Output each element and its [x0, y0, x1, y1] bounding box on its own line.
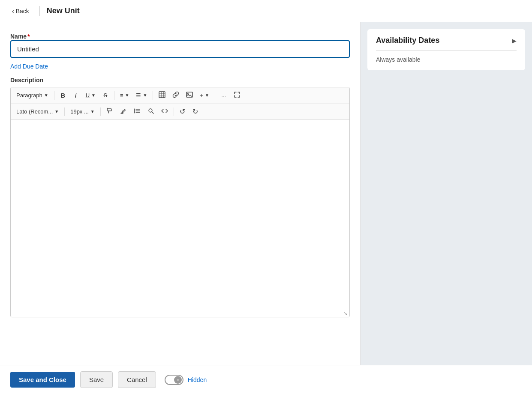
more-button[interactable]: ...: [218, 90, 230, 101]
highlight-icon: [120, 107, 127, 116]
header-divider: [39, 6, 40, 16]
format-paint-icon: [106, 107, 113, 116]
insert-chevron-icon: ▼: [205, 93, 209, 98]
list-dropdown[interactable]: ☰ ▼: [133, 90, 150, 101]
editor-toolbar: Paragraph ▼ B I U ▼ S: [11, 87, 349, 120]
hidden-label: Hidden: [188, 376, 207, 383]
separator-3: [153, 91, 153, 100]
line-spacing-button[interactable]: [131, 105, 144, 118]
table-button[interactable]: [156, 89, 168, 101]
hidden-toggle-container: Hidden: [165, 375, 207, 385]
insert-dropdown[interactable]: + ▼: [197, 90, 212, 101]
underline-icon: U: [86, 92, 90, 98]
editor-body[interactable]: ↘: [11, 120, 349, 317]
svg-rect-0: [159, 92, 165, 98]
page-title: New Unit: [47, 6, 80, 15]
svg-text:~: ~: [150, 110, 151, 112]
plus-icon: +: [200, 92, 203, 98]
separator-1: [54, 91, 54, 100]
resize-handle: ↘: [343, 311, 348, 316]
find-replace-button[interactable]: ~: [144, 105, 157, 118]
availability-title: Availability Dates: [376, 36, 439, 45]
list-icon: ☰: [136, 92, 141, 98]
toolbar-row-2: Lato (Recom... ▼ 19px ... ▼: [11, 103, 349, 119]
size-dropdown[interactable]: 19px ... ▼: [67, 106, 98, 117]
description-label: Description: [10, 77, 350, 84]
back-arrow-icon: ‹: [12, 8, 14, 15]
table-icon: [159, 91, 165, 99]
left-panel: Name* Add Due Date Description Paragraph…: [0, 22, 361, 365]
underline-dropdown[interactable]: U ▼: [83, 90, 99, 101]
align-icon: ≡: [120, 92, 123, 98]
cancel-button[interactable]: Cancel: [118, 371, 156, 388]
align-dropdown[interactable]: ≡ ▼: [117, 90, 132, 101]
availability-header: Availability Dates ▶: [376, 36, 517, 45]
italic-icon: I: [75, 92, 77, 99]
line-spacing-icon: [134, 107, 141, 116]
undo-button[interactable]: ↺: [177, 105, 189, 118]
hidden-toggle[interactable]: [165, 375, 183, 385]
fullscreen-icon: [234, 91, 240, 99]
add-due-date-button[interactable]: Add Due Date: [10, 60, 48, 73]
list-chevron-icon: ▼: [143, 93, 147, 98]
availability-expand-button[interactable]: ▶: [512, 37, 517, 44]
italic-button[interactable]: I: [70, 90, 82, 101]
image-icon: [186, 91, 193, 99]
redo-icon: ↻: [192, 107, 198, 116]
availability-divider: [376, 50, 517, 51]
footer: Save and Close Save Cancel Hidden: [0, 365, 532, 394]
link-button[interactable]: [169, 89, 182, 101]
separator-2: [114, 91, 114, 100]
paragraph-label: Paragraph: [16, 92, 42, 98]
separator-6: [100, 107, 101, 116]
align-chevron-icon: ▼: [125, 93, 129, 98]
font-dropdown[interactable]: Lato (Recom... ▼: [13, 106, 62, 117]
bold-button[interactable]: B: [57, 90, 69, 101]
image-button[interactable]: [183, 89, 196, 101]
font-label: Lato (Recom...: [16, 108, 53, 115]
size-label: 19px ...: [70, 108, 89, 115]
required-indicator: *: [27, 33, 30, 40]
availability-card: Availability Dates ▶ Always available: [367, 29, 525, 70]
separator-5: [64, 107, 65, 116]
strikethrough-icon: S: [104, 92, 108, 98]
name-field-group: Name*: [10, 33, 350, 58]
save-button[interactable]: Save: [80, 371, 113, 388]
separator-4: [215, 91, 215, 100]
svg-point-7: [122, 110, 123, 111]
link-icon: [172, 91, 179, 99]
size-chevron-icon: ▼: [90, 109, 95, 114]
font-chevron-icon: ▼: [54, 109, 59, 114]
bold-icon: B: [60, 92, 65, 99]
toolbar-row-1: Paragraph ▼ B I U ▼ S: [11, 87, 349, 103]
header: ‹ Back New Unit: [0, 0, 532, 22]
code-icon: [161, 107, 168, 116]
code-button[interactable]: [158, 105, 171, 118]
main-content: Name* Add Due Date Description Paragraph…: [0, 22, 532, 365]
find-replace-icon: ~: [147, 107, 154, 116]
format-paint-button[interactable]: [103, 105, 116, 118]
description-editor: Paragraph ▼ B I U ▼ S: [10, 87, 350, 317]
toggle-thumb: [174, 376, 182, 384]
separator-7: [174, 107, 174, 116]
svg-line-13: [152, 112, 153, 113]
back-label: Back: [16, 8, 29, 15]
paragraph-chevron-icon: ▼: [44, 93, 48, 98]
right-sidebar: Availability Dates ▶ Always available: [361, 22, 532, 365]
svg-point-6: [188, 93, 189, 95]
highlight-button[interactable]: [117, 105, 130, 118]
name-label: Name*: [10, 33, 30, 40]
availability-status: Always available: [376, 56, 421, 63]
name-input[interactable]: [10, 40, 350, 58]
strikethrough-button[interactable]: S: [99, 90, 111, 101]
redo-button[interactable]: ↻: [189, 105, 201, 118]
fullscreen-button[interactable]: [231, 89, 243, 101]
undo-icon: ↺: [180, 107, 185, 116]
back-button[interactable]: ‹ Back: [9, 6, 33, 16]
paragraph-dropdown[interactable]: Paragraph ▼: [13, 90, 51, 101]
underline-chevron-icon: ▼: [91, 93, 96, 98]
save-close-button[interactable]: Save and Close: [10, 372, 75, 388]
more-icon: ...: [221, 92, 226, 98]
